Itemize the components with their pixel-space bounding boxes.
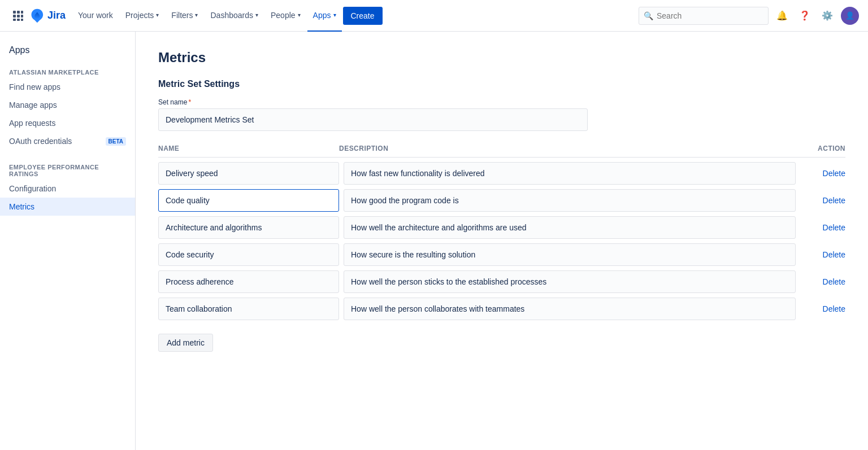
settings-button[interactable]: ⚙️ <box>818 7 836 25</box>
nav-your-work[interactable]: Your work <box>72 0 119 32</box>
add-metric-button[interactable]: Add metric <box>158 334 213 352</box>
create-button[interactable]: Create <box>343 7 383 25</box>
metric-name-input-3[interactable] <box>158 243 339 266</box>
sidebar-item-configuration[interactable]: Configuration <box>0 180 135 198</box>
nav-apps[interactable]: Apps ▾ <box>307 0 342 32</box>
logo-text: Jira <box>47 10 66 21</box>
sidebar-item-manage-apps[interactable]: Manage apps <box>0 96 135 114</box>
metric-name-input-0[interactable] <box>158 162 339 185</box>
sidebar: Apps Atlassian Marketplace Find new apps… <box>0 32 136 450</box>
search-icon: 🔍 <box>644 11 653 20</box>
metric-desc-input-4[interactable] <box>344 270 796 293</box>
chevron-down-icon: ▾ <box>255 12 258 18</box>
chevron-down-icon: ▾ <box>298 12 301 18</box>
avatar[interactable]: 👤 <box>841 7 859 25</box>
svg-rect-4 <box>17 15 20 18</box>
metric-desc-input-3[interactable] <box>344 243 796 266</box>
sidebar-item-find-new-apps[interactable]: Find new apps <box>0 78 135 96</box>
search-input[interactable] <box>657 11 763 20</box>
grid-icon[interactable] <box>9 7 27 25</box>
layout: Apps Atlassian Marketplace Find new apps… <box>0 32 868 450</box>
sidebar-title: Apps <box>0 45 135 64</box>
sidebar-item-oauth-credentials[interactable]: OAuth credentials BETA <box>0 132 135 150</box>
col-name: Name <box>158 145 339 152</box>
svg-rect-6 <box>13 19 16 21</box>
section-title: Metric Set Settings <box>158 79 845 89</box>
chevron-down-icon: ▾ <box>333 12 336 18</box>
nav-items: Your work Projects ▾ Filters ▾ Dashboard… <box>72 0 636 32</box>
metric-desc-input-0[interactable] <box>344 162 796 185</box>
col-action: Action <box>800 145 845 152</box>
set-name-field: Set name* <box>158 98 845 131</box>
chevron-down-icon: ▾ <box>156 12 159 18</box>
metric-desc-input-1[interactable] <box>344 189 796 212</box>
sidebar-section-epr: Employee Performance Ratings <box>0 159 135 180</box>
search-box[interactable]: 🔍 <box>639 7 769 25</box>
chevron-down-icon: ▾ <box>195 12 198 18</box>
set-name-label: Set name* <box>158 98 845 106</box>
delete-button-5[interactable]: Delete <box>823 304 845 313</box>
table-row: Delete <box>158 189 845 212</box>
svg-rect-3 <box>13 15 16 18</box>
topnav-right: 🔍 🔔 ❓ ⚙️ 👤 <box>639 7 859 25</box>
col-description: Description <box>339 145 800 152</box>
nav-dashboards[interactable]: Dashboards ▾ <box>205 0 264 32</box>
svg-rect-0 <box>13 11 16 14</box>
table-row: Delete <box>158 216 845 239</box>
delete-button-2[interactable]: Delete <box>823 223 845 232</box>
table-row: Delete <box>158 298 845 320</box>
svg-rect-2 <box>21 11 23 14</box>
svg-rect-1 <box>17 11 20 14</box>
sidebar-item-metrics[interactable]: Metrics <box>0 198 135 216</box>
nav-projects[interactable]: Projects ▾ <box>120 0 165 32</box>
help-button[interactable]: ❓ <box>796 7 814 25</box>
svg-rect-7 <box>17 19 20 21</box>
sidebar-section-marketplace: Atlassian Marketplace <box>0 64 135 78</box>
topnav: Jira Your work Projects ▾ Filters ▾ Dash… <box>0 0 868 32</box>
svg-rect-5 <box>21 15 23 18</box>
table-row: Delete <box>158 270 845 293</box>
jira-logo[interactable]: Jira <box>29 8 66 24</box>
page-title: Metrics <box>158 50 845 65</box>
table-header: Name Description Action <box>158 145 845 158</box>
delete-button-3[interactable]: Delete <box>823 250 845 259</box>
svg-rect-8 <box>21 19 23 21</box>
main-content: Metrics Metric Set Settings Set name* Na… <box>136 32 868 450</box>
metrics-table: Name Description Action Delete Delete De <box>158 145 845 320</box>
nav-filters[interactable]: Filters ▾ <box>166 0 203 32</box>
delete-button-1[interactable]: Delete <box>823 196 845 205</box>
delete-button-0[interactable]: Delete <box>823 169 845 178</box>
metric-desc-input-2[interactable] <box>344 216 796 239</box>
metric-desc-input-5[interactable] <box>344 298 796 320</box>
notifications-button[interactable]: 🔔 <box>773 7 791 25</box>
delete-button-4[interactable]: Delete <box>823 277 845 286</box>
metric-name-input-2[interactable] <box>158 216 339 239</box>
beta-badge: BETA <box>106 137 126 146</box>
set-name-input[interactable] <box>158 108 588 131</box>
table-row: Delete <box>158 243 845 266</box>
nav-people[interactable]: People ▾ <box>265 0 306 32</box>
sidebar-item-app-requests[interactable]: App requests <box>0 114 135 132</box>
table-row: Delete <box>158 162 845 185</box>
metric-name-input-4[interactable] <box>158 270 339 293</box>
metric-name-input-5[interactable] <box>158 298 339 320</box>
metric-name-input-1[interactable] <box>158 189 339 212</box>
